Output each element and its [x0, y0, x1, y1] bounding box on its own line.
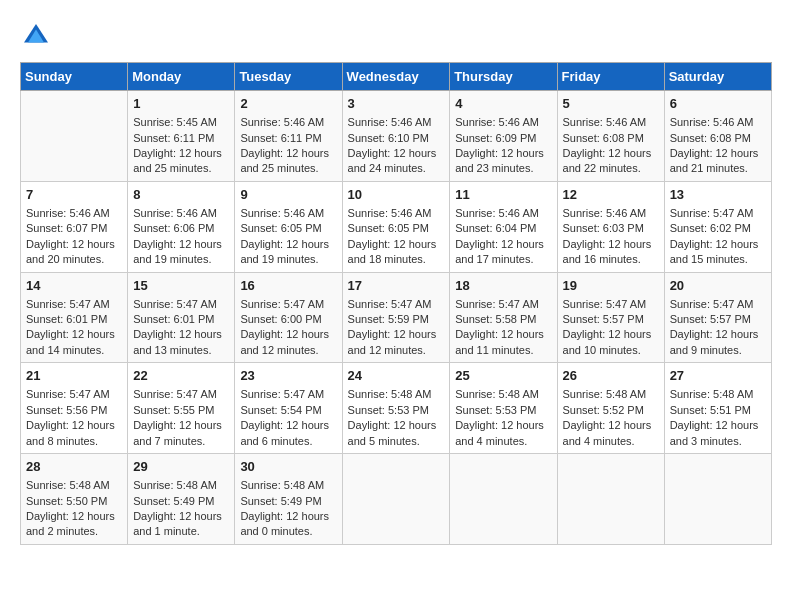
day-cell: 16Sunrise: 5:47 AMSunset: 6:00 PMDayligh… — [235, 272, 342, 363]
day-cell — [557, 454, 664, 545]
header-thursday: Thursday — [450, 63, 557, 91]
day-cell: 17Sunrise: 5:47 AMSunset: 5:59 PMDayligh… — [342, 272, 450, 363]
day-info: Sunrise: 5:47 AMSunset: 5:56 PMDaylight:… — [26, 387, 122, 449]
day-info: Sunrise: 5:45 AMSunset: 6:11 PMDaylight:… — [133, 115, 229, 177]
day-cell: 29Sunrise: 5:48 AMSunset: 5:49 PMDayligh… — [128, 454, 235, 545]
day-info: Sunrise: 5:48 AMSunset: 5:51 PMDaylight:… — [670, 387, 766, 449]
day-cell: 25Sunrise: 5:48 AMSunset: 5:53 PMDayligh… — [450, 363, 557, 454]
day-info: Sunrise: 5:46 AMSunset: 6:05 PMDaylight:… — [240, 206, 336, 268]
day-info: Sunrise: 5:47 AMSunset: 6:00 PMDaylight:… — [240, 297, 336, 359]
calendar-header-row: SundayMondayTuesdayWednesdayThursdayFrid… — [21, 63, 772, 91]
day-cell: 15Sunrise: 5:47 AMSunset: 6:01 PMDayligh… — [128, 272, 235, 363]
day-info: Sunrise: 5:47 AMSunset: 5:58 PMDaylight:… — [455, 297, 551, 359]
day-cell: 22Sunrise: 5:47 AMSunset: 5:55 PMDayligh… — [128, 363, 235, 454]
logo — [20, 20, 56, 52]
day-cell: 3Sunrise: 5:46 AMSunset: 6:10 PMDaylight… — [342, 91, 450, 182]
day-number: 4 — [455, 95, 551, 113]
day-info: Sunrise: 5:48 AMSunset: 5:49 PMDaylight:… — [133, 478, 229, 540]
week-row-4: 21Sunrise: 5:47 AMSunset: 5:56 PMDayligh… — [21, 363, 772, 454]
day-info: Sunrise: 5:47 AMSunset: 5:55 PMDaylight:… — [133, 387, 229, 449]
day-cell: 2Sunrise: 5:46 AMSunset: 6:11 PMDaylight… — [235, 91, 342, 182]
logo-icon — [20, 20, 52, 52]
header-friday: Friday — [557, 63, 664, 91]
day-info: Sunrise: 5:46 AMSunset: 6:11 PMDaylight:… — [240, 115, 336, 177]
day-info: Sunrise: 5:47 AMSunset: 6:01 PMDaylight:… — [133, 297, 229, 359]
day-number: 28 — [26, 458, 122, 476]
header-monday: Monday — [128, 63, 235, 91]
day-cell: 24Sunrise: 5:48 AMSunset: 5:53 PMDayligh… — [342, 363, 450, 454]
day-number: 22 — [133, 367, 229, 385]
day-number: 6 — [670, 95, 766, 113]
day-number: 29 — [133, 458, 229, 476]
day-info: Sunrise: 5:47 AMSunset: 6:01 PMDaylight:… — [26, 297, 122, 359]
day-cell: 11Sunrise: 5:46 AMSunset: 6:04 PMDayligh… — [450, 181, 557, 272]
day-info: Sunrise: 5:47 AMSunset: 5:57 PMDaylight:… — [670, 297, 766, 359]
day-cell — [342, 454, 450, 545]
day-cell: 30Sunrise: 5:48 AMSunset: 5:49 PMDayligh… — [235, 454, 342, 545]
day-number: 17 — [348, 277, 445, 295]
day-number: 23 — [240, 367, 336, 385]
day-cell: 5Sunrise: 5:46 AMSunset: 6:08 PMDaylight… — [557, 91, 664, 182]
calendar-table: SundayMondayTuesdayWednesdayThursdayFrid… — [20, 62, 772, 545]
day-number: 18 — [455, 277, 551, 295]
header-wednesday: Wednesday — [342, 63, 450, 91]
day-cell: 8Sunrise: 5:46 AMSunset: 6:06 PMDaylight… — [128, 181, 235, 272]
day-number: 25 — [455, 367, 551, 385]
day-info: Sunrise: 5:48 AMSunset: 5:49 PMDaylight:… — [240, 478, 336, 540]
day-info: Sunrise: 5:46 AMSunset: 6:05 PMDaylight:… — [348, 206, 445, 268]
day-number: 2 — [240, 95, 336, 113]
day-number: 15 — [133, 277, 229, 295]
day-cell: 14Sunrise: 5:47 AMSunset: 6:01 PMDayligh… — [21, 272, 128, 363]
day-cell: 10Sunrise: 5:46 AMSunset: 6:05 PMDayligh… — [342, 181, 450, 272]
day-number: 10 — [348, 186, 445, 204]
day-info: Sunrise: 5:46 AMSunset: 6:10 PMDaylight:… — [348, 115, 445, 177]
day-info: Sunrise: 5:46 AMSunset: 6:06 PMDaylight:… — [133, 206, 229, 268]
week-row-5: 28Sunrise: 5:48 AMSunset: 5:50 PMDayligh… — [21, 454, 772, 545]
day-info: Sunrise: 5:47 AMSunset: 5:54 PMDaylight:… — [240, 387, 336, 449]
day-cell: 13Sunrise: 5:47 AMSunset: 6:02 PMDayligh… — [664, 181, 771, 272]
day-info: Sunrise: 5:48 AMSunset: 5:53 PMDaylight:… — [348, 387, 445, 449]
day-number: 13 — [670, 186, 766, 204]
day-cell: 23Sunrise: 5:47 AMSunset: 5:54 PMDayligh… — [235, 363, 342, 454]
page-header — [20, 20, 772, 52]
day-info: Sunrise: 5:48 AMSunset: 5:50 PMDaylight:… — [26, 478, 122, 540]
day-number: 11 — [455, 186, 551, 204]
day-cell: 12Sunrise: 5:46 AMSunset: 6:03 PMDayligh… — [557, 181, 664, 272]
day-cell: 1Sunrise: 5:45 AMSunset: 6:11 PMDaylight… — [128, 91, 235, 182]
day-number: 16 — [240, 277, 336, 295]
day-number: 14 — [26, 277, 122, 295]
day-info: Sunrise: 5:47 AMSunset: 6:02 PMDaylight:… — [670, 206, 766, 268]
day-cell: 9Sunrise: 5:46 AMSunset: 6:05 PMDaylight… — [235, 181, 342, 272]
day-cell: 19Sunrise: 5:47 AMSunset: 5:57 PMDayligh… — [557, 272, 664, 363]
day-number: 1 — [133, 95, 229, 113]
header-saturday: Saturday — [664, 63, 771, 91]
day-cell — [450, 454, 557, 545]
week-row-1: 1Sunrise: 5:45 AMSunset: 6:11 PMDaylight… — [21, 91, 772, 182]
header-sunday: Sunday — [21, 63, 128, 91]
day-number: 21 — [26, 367, 122, 385]
day-cell: 21Sunrise: 5:47 AMSunset: 5:56 PMDayligh… — [21, 363, 128, 454]
day-cell — [664, 454, 771, 545]
day-number: 20 — [670, 277, 766, 295]
day-cell: 28Sunrise: 5:48 AMSunset: 5:50 PMDayligh… — [21, 454, 128, 545]
day-cell: 4Sunrise: 5:46 AMSunset: 6:09 PMDaylight… — [450, 91, 557, 182]
day-info: Sunrise: 5:48 AMSunset: 5:53 PMDaylight:… — [455, 387, 551, 449]
day-info: Sunrise: 5:46 AMSunset: 6:08 PMDaylight:… — [670, 115, 766, 177]
day-number: 24 — [348, 367, 445, 385]
day-number: 8 — [133, 186, 229, 204]
day-info: Sunrise: 5:46 AMSunset: 6:09 PMDaylight:… — [455, 115, 551, 177]
day-cell: 18Sunrise: 5:47 AMSunset: 5:58 PMDayligh… — [450, 272, 557, 363]
day-number: 19 — [563, 277, 659, 295]
day-cell — [21, 91, 128, 182]
day-cell: 27Sunrise: 5:48 AMSunset: 5:51 PMDayligh… — [664, 363, 771, 454]
day-number: 26 — [563, 367, 659, 385]
day-number: 9 — [240, 186, 336, 204]
day-info: Sunrise: 5:46 AMSunset: 6:03 PMDaylight:… — [563, 206, 659, 268]
week-row-3: 14Sunrise: 5:47 AMSunset: 6:01 PMDayligh… — [21, 272, 772, 363]
day-info: Sunrise: 5:46 AMSunset: 6:07 PMDaylight:… — [26, 206, 122, 268]
day-info: Sunrise: 5:48 AMSunset: 5:52 PMDaylight:… — [563, 387, 659, 449]
day-cell: 20Sunrise: 5:47 AMSunset: 5:57 PMDayligh… — [664, 272, 771, 363]
day-number: 3 — [348, 95, 445, 113]
week-row-2: 7Sunrise: 5:46 AMSunset: 6:07 PMDaylight… — [21, 181, 772, 272]
day-info: Sunrise: 5:47 AMSunset: 5:57 PMDaylight:… — [563, 297, 659, 359]
